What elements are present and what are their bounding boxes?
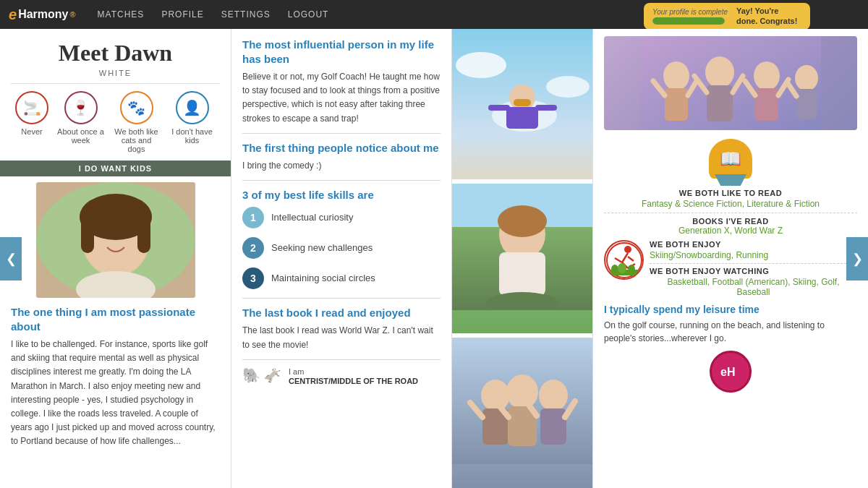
harmony-badge-container: eH <box>604 351 857 393</box>
books-read-label: BOOKS I'VE READ <box>692 217 768 226</box>
skill-number-3: 3 <box>242 267 264 289</box>
kids-label: I don't have kids <box>169 127 216 145</box>
skill-text-2: Seeking new challenges <box>271 242 373 253</box>
person-icon: 👤 <box>176 91 209 124</box>
mid-column: The most influential person in my life h… <box>231 29 452 488</box>
svg-rect-30 <box>540 408 566 445</box>
svg-rect-17 <box>514 99 531 106</box>
influential-text: Believe it or not, my Golf Coach! He tau… <box>242 70 441 126</box>
pet-icon: 🐾 <box>120 91 153 124</box>
we-both-enjoy-value: Skiing/Snowboarding, Running <box>650 250 857 260</box>
skill-number-2: 2 <box>242 237 264 259</box>
political-prefix: I am <box>289 367 304 376</box>
divider-mid-1 <box>242 133 441 134</box>
brand-name: Harmony <box>18 8 68 21</box>
svg-point-60 <box>618 263 626 273</box>
skill-item-1: 1 Intellectual curiosity <box>242 207 441 228</box>
drink-label: About once a week <box>57 127 104 145</box>
political-value: CENTRIST/MIDDLE OF THE ROAD <box>289 377 418 385</box>
profile-congrats: Yay! You're done. Congrats! <box>736 6 801 27</box>
skills-list: 1 Intellectual curiosity 2 Seeking new c… <box>242 207 441 289</box>
left-column: Meet Dawn WHITE 🚬 Never 🍷 About once a w… <box>0 29 231 488</box>
svg-point-10 <box>456 52 506 78</box>
group-photo-2 <box>452 338 592 488</box>
both-enjoy-section: WE BOTH ENJOY Skiing/Snowboarding, Runni… <box>604 240 857 297</box>
svg-rect-15 <box>488 105 510 111</box>
we-both-watch-label: WE BOTH ENJOY WATCHING <box>650 267 857 275</box>
svg-point-36 <box>663 61 689 90</box>
nav-matches[interactable]: MATCHES <box>98 9 145 20</box>
prev-arrow[interactable]: ❮ <box>0 237 22 281</box>
far-right-column: 📖 WE BOTH LIKE TO READ Fantasy & Science… <box>593 29 868 488</box>
leisure-text: On the golf course, running on the beach… <box>604 319 857 345</box>
divider-mid-2 <box>242 180 441 181</box>
we-both-read-label: WE BOTH LIKE TO READ <box>679 189 782 197</box>
svg-point-29 <box>539 380 568 411</box>
books-read-value: Generation X, World War Z <box>678 226 783 236</box>
svg-point-44 <box>754 61 780 90</box>
last-book-title: The last book I read and enjoyed <box>242 306 441 320</box>
svg-text:eH: eH <box>720 366 735 378</box>
book-circle: 📖 <box>709 139 752 179</box>
skydive-photo <box>452 29 592 181</box>
we-both-enjoy-label: WE BOTH ENJOY <box>650 240 857 249</box>
svg-rect-45 <box>755 88 778 121</box>
svg-rect-41 <box>707 85 733 121</box>
lifestyle-kids: 👤 I don't have kids <box>169 91 216 145</box>
ethnicity-label: WHITE <box>11 69 220 77</box>
political-label: I am CENTRIST/MIDDLE OF THE ROAD <box>289 366 418 385</box>
democrat-icon: 🫏 <box>263 367 281 384</box>
svg-point-59 <box>611 265 618 273</box>
profile-complete-left: Your profile is complete <box>652 8 728 25</box>
svg-rect-49 <box>796 89 817 119</box>
nav-settings[interactable]: SETTINGS <box>221 9 271 20</box>
next-arrow[interactable]: ❯ <box>846 237 868 281</box>
last-book-text: The last book I read was World War Z. I … <box>242 324 441 351</box>
nav-logout[interactable]: LOGOUT <box>288 9 329 20</box>
divider-1 <box>11 83 220 84</box>
svg-rect-4 <box>81 217 94 253</box>
svg-point-7 <box>123 231 130 238</box>
photo-placeholder <box>36 182 195 298</box>
brand-e: e <box>9 7 17 23</box>
progress-bar-fill <box>652 17 725 25</box>
svg-point-13 <box>509 85 535 111</box>
svg-rect-14 <box>506 107 538 129</box>
svg-point-27 <box>506 374 538 409</box>
both-read-section: 📖 WE BOTH LIKE TO READ Fantasy & Science… <box>604 139 857 236</box>
passionate-title: The one thing I am most passionate about <box>11 305 220 333</box>
top-group-photo <box>604 36 857 130</box>
skills-title: 3 of my best life skills are <box>242 188 441 202</box>
nav-profile[interactable]: PROFILE <box>161 9 203 20</box>
want-kids-banner: I DO WANT KIDS <box>0 160 231 176</box>
svg-point-11 <box>546 76 590 98</box>
svg-point-61 <box>628 265 635 273</box>
brand-logo[interactable]: eHarmony® <box>9 7 76 23</box>
navbar: eHarmony® MATCHES PROFILE SETTINGS LOGOU… <box>0 0 868 29</box>
svg-rect-16 <box>535 105 557 111</box>
both-enjoy-info: WE BOTH ENJOY Skiing/Snowboarding, Runni… <box>650 240 857 297</box>
skill-text-3: Maintaining social circles <box>271 273 375 283</box>
lifestyle-pets: 🐾 We both like cats and dogs <box>113 91 160 153</box>
svg-point-21 <box>498 205 547 237</box>
skill-item-3: 3 Maintaining social circles <box>242 267 441 289</box>
drink-icon: 🍷 <box>64 91 98 124</box>
passionate-section: The one thing I am most passionate about… <box>11 305 220 456</box>
profile-name: Meet Dawn <box>11 40 220 67</box>
running-icon-container <box>604 240 644 280</box>
girl-photo <box>452 184 592 336</box>
divider-right-2 <box>650 263 857 264</box>
svg-point-25 <box>481 380 510 411</box>
svg-rect-5 <box>137 217 150 253</box>
svg-rect-22 <box>499 252 545 296</box>
republican-icon: 🐘 <box>242 367 260 384</box>
political-icons: 🐘 🫏 <box>242 367 281 384</box>
svg-rect-37 <box>665 88 688 121</box>
we-both-watch-value: Basketball, Football (American), Skiing,… <box>650 277 857 297</box>
svg-point-48 <box>795 65 818 91</box>
svg-point-6 <box>101 231 109 238</box>
progress-bar-container <box>652 17 725 25</box>
leisure-title: I typically spend my leisure time <box>604 303 857 316</box>
svg-point-52 <box>624 246 631 253</box>
skill-number-1: 1 <box>242 207 264 228</box>
